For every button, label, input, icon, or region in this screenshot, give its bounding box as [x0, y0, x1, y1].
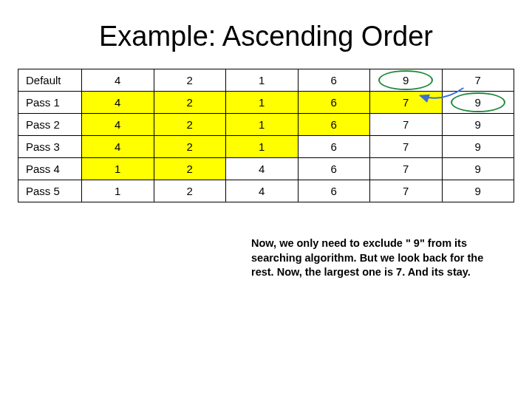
table-cell: 9 [442, 136, 514, 158]
table-cell: 7 [442, 69, 514, 92]
sort-table: Default421697Pass 1421679Pass 2421679Pas… [18, 69, 514, 202]
table-row: Default421697 [18, 69, 514, 92]
row-label: Pass 2 [18, 114, 82, 136]
row-label: Pass 4 [18, 158, 82, 180]
table-cell: 2 [154, 136, 226, 158]
table-cell: 6 [298, 92, 370, 114]
page-title: Example: Ascending Order [0, 21, 532, 52]
table-cell: 4 [82, 114, 154, 136]
table-cell: 9 [442, 92, 514, 114]
table-cell: 1 [82, 158, 154, 180]
table-cell: 2 [154, 92, 226, 114]
row-label: Pass 5 [18, 180, 82, 202]
row-label: Default [18, 69, 82, 92]
table-cell: 6 [298, 158, 370, 180]
table-cell: 7 [370, 92, 443, 114]
table-cell: 7 [370, 180, 443, 202]
table-cell: 9 [442, 158, 514, 180]
table-cell: 7 [370, 158, 443, 180]
table-row: Pass 5124679 [18, 180, 514, 202]
row-label: Pass 1 [18, 92, 82, 114]
table-cell: 6 [298, 180, 370, 202]
table-cell: 2 [154, 114, 226, 136]
table-cell: 6 [298, 69, 370, 92]
table-cell: 9 [442, 114, 514, 136]
table-cell: 4 [82, 69, 154, 92]
table-wrap: Default421697Pass 1421679Pass 2421679Pas… [18, 69, 514, 202]
table-cell: 4 [82, 92, 154, 114]
table-cell: 4 [226, 158, 299, 180]
table-cell: 6 [298, 136, 370, 158]
table-row: Pass 3421679 [18, 136, 514, 158]
table-cell: 6 [298, 114, 370, 136]
table-row: Pass 2421679 [18, 114, 514, 136]
table-cell: 1 [82, 180, 154, 202]
table-cell: 1 [226, 69, 299, 92]
table-cell: 7 [370, 136, 443, 158]
row-label: Pass 3 [18, 136, 82, 158]
table-cell: 1 [226, 92, 299, 114]
table-row: Pass 1421679 [18, 92, 514, 114]
table-cell: 4 [226, 180, 299, 202]
table-cell: 2 [154, 158, 226, 180]
caption-text: Now, we only need to exclude " 9" from i… [251, 236, 502, 280]
table-row: Pass 4124679 [18, 158, 514, 180]
table-cell: 9 [370, 69, 443, 92]
table-cell: 7 [370, 114, 443, 136]
table-cell: 1 [226, 114, 299, 136]
table-cell: 1 [226, 136, 299, 158]
table-cell: 2 [154, 180, 226, 202]
table-cell: 2 [154, 69, 226, 92]
table-cell: 9 [442, 180, 514, 202]
table-cell: 4 [82, 136, 154, 158]
